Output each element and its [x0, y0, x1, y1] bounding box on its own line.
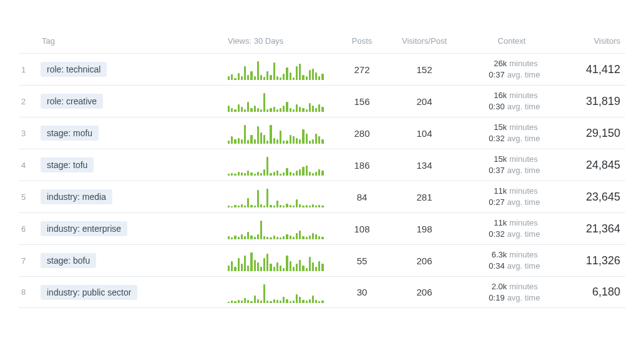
spark-bar [312, 233, 314, 239]
spark-bar [302, 266, 304, 271]
spark-bar [250, 71, 252, 80]
tag-pill[interactable]: stage: tofu [41, 157, 94, 172]
spark-bar [247, 266, 249, 271]
views-sparkline[interactable] [228, 250, 334, 271]
spark-bar [266, 189, 268, 207]
spark-bar [283, 297, 285, 303]
spark-bar [293, 237, 295, 239]
views-sparkline[interactable] [228, 122, 334, 144]
posts-value: 30 [334, 287, 390, 297]
spark-bar [315, 267, 317, 271]
visitors-per-post-value: 198 [390, 224, 459, 234]
spark-bar [257, 234, 259, 239]
spark-bar [283, 74, 285, 80]
spark-bar [302, 167, 304, 176]
spark-bar [273, 236, 275, 239]
spark-bar [247, 102, 249, 112]
row-rank: 7 [19, 256, 41, 266]
views-sparkline[interactable] [228, 186, 334, 207]
spark-bar [318, 205, 320, 207]
spark-bar [318, 104, 320, 112]
spark-bar [315, 72, 317, 80]
spark-bar [260, 109, 262, 112]
spark-bar [241, 107, 243, 112]
spark-bar [302, 300, 304, 303]
spark-bar [247, 171, 249, 176]
tag-pill[interactable]: industry: enterprise [41, 221, 127, 236]
table-row[interactable]: 3stage: mofu28010415kminutes0:32avg. tim… [19, 117, 625, 149]
col-posts-header[interactable]: Posts [334, 36, 390, 46]
spark-bar [280, 205, 281, 207]
spark-bar [234, 301, 236, 303]
spark-bar [260, 221, 262, 239]
table-row[interactable]: 1role: technical27215226kminutes0:37avg.… [19, 53, 625, 85]
context-minutes-unit: minutes [509, 186, 538, 196]
tag-pill[interactable]: industry: media [41, 189, 112, 204]
spark-bar [283, 172, 285, 176]
spark-bar [273, 267, 275, 271]
table-row[interactable]: 6industry: enterprise10819811kminutes0:3… [19, 212, 625, 244]
spark-bar [309, 257, 311, 271]
spark-bar [321, 74, 323, 80]
row-rank: 1 [19, 65, 41, 74]
spark-bar [283, 236, 285, 239]
row-rank: 5 [19, 192, 41, 202]
tag-pill[interactable]: role: technical [41, 62, 107, 77]
spark-bar [290, 205, 291, 207]
spark-bar [286, 168, 288, 176]
spark-bar [270, 205, 271, 207]
tag-pill[interactable]: industry: public sector [41, 285, 137, 300]
col-tag-header[interactable]: Tag [41, 36, 228, 46]
tag-pill[interactable]: stage: mofu [41, 126, 99, 141]
spark-bar [228, 174, 230, 176]
spark-bar [299, 204, 301, 207]
spark-bar [318, 261, 320, 271]
table-row[interactable]: 4stage: tofu18613415kminutes0:37avg. tim… [19, 149, 625, 181]
spark-bar [266, 157, 268, 176]
col-visitors-per-post-header[interactable]: Visitors/Post [390, 36, 459, 46]
spark-bar [309, 299, 311, 303]
col-views-header[interactable]: Views: 30 Days [228, 36, 334, 46]
spark-bar [244, 206, 246, 207]
tag-pill[interactable]: role: creative [41, 94, 103, 109]
views-sparkline[interactable] [228, 59, 334, 80]
spark-bar [234, 139, 236, 144]
spark-bar [293, 136, 295, 144]
table-row[interactable]: 2role: creative15620416kminutes0:30avg. … [19, 85, 625, 117]
context-avg-time-unit: avg. time [507, 102, 540, 112]
spark-bar [302, 206, 304, 207]
views-sparkline[interactable] [228, 91, 334, 112]
views-sparkline[interactable] [228, 282, 334, 303]
spark-bar [296, 138, 298, 144]
spark-bar [234, 78, 236, 80]
spark-bar [306, 205, 308, 207]
table-row[interactable]: 8industry: public sector302062.0kminutes… [19, 276, 625, 308]
spark-bar [228, 141, 230, 144]
spark-bar [321, 237, 323, 239]
col-context-header[interactable]: Context [459, 36, 565, 46]
spark-bar [231, 261, 233, 271]
spark-bar [312, 296, 314, 303]
col-visitors-header[interactable]: Visitors [565, 36, 625, 46]
spark-bar [290, 261, 291, 271]
spark-bar [238, 206, 240, 207]
context-avg-time-value: 0:32 [484, 134, 505, 144]
table-row[interactable]: 7stage: bofu552066.3kminutes0:34avg. tim… [19, 244, 625, 276]
spark-bar [241, 76, 243, 80]
spark-bar [254, 139, 256, 144]
visitors-per-post-value: 206 [390, 256, 459, 266]
posts-value: 84 [334, 192, 390, 202]
spark-bar [293, 206, 295, 207]
context-minutes-value: 2.0k [485, 282, 507, 292]
spark-bar [244, 109, 246, 112]
spark-bar [296, 66, 298, 80]
views-sparkline[interactable] [228, 154, 334, 176]
tag-pill[interactable]: stage: bofu [41, 253, 96, 268]
spark-bar [234, 205, 236, 207]
views-sparkline[interactable] [228, 218, 334, 239]
visitors-value: 29,150 [565, 127, 625, 140]
spark-bar [306, 268, 308, 271]
spark-bar [318, 136, 320, 144]
table-row[interactable]: 5industry: media8428111kminutes0:27avg. … [19, 181, 625, 212]
spark-bar [309, 236, 311, 239]
